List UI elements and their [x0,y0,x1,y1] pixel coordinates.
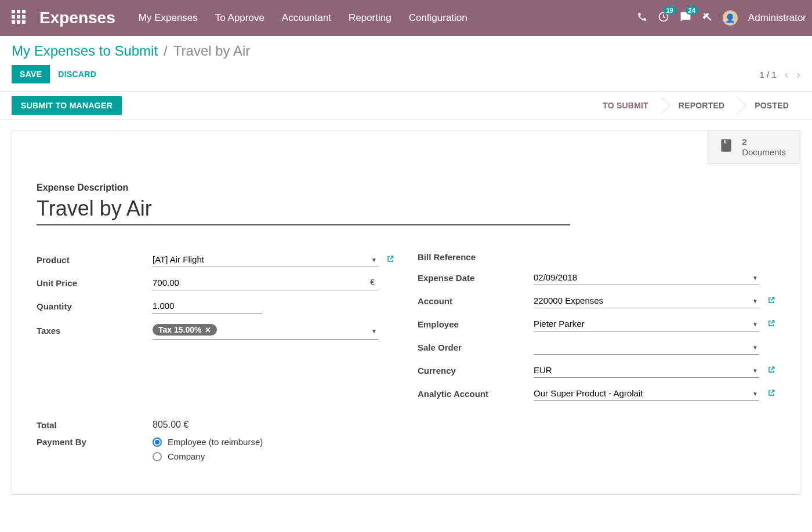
pager: 1 / 1 ‹ › [759,68,800,81]
tax-tag-label: Tax 15.00% [158,325,201,334]
payment-radio-employee-label: Employee (to reimburse) [168,437,263,447]
activity-badge: 19 [664,6,676,14]
menu-configuration[interactable]: Configuration [409,12,467,24]
activity-icon[interactable]: 19 [658,11,669,25]
currency-label: Currency [418,366,534,376]
pager-text: 1 / 1 [759,70,776,79]
menu-accountant[interactable]: Accountant [282,12,331,24]
discard-button[interactable]: DISCARD [50,65,104,83]
user-name[interactable]: Administrator [748,12,806,24]
saleorder-input[interactable] [534,340,759,355]
quantity-label: Quantity [37,301,153,311]
product-input[interactable] [153,252,378,267]
description-input[interactable] [37,196,570,225]
employee-input[interactable] [534,316,759,331]
phone-icon[interactable] [637,12,647,25]
breadcrumb-current: Travel by Air [173,43,250,59]
messages-badge: 24 [686,6,698,14]
messages-icon[interactable]: 24 [680,11,691,25]
employee-label: Employee [418,319,534,329]
apps-icon[interactable] [12,10,28,26]
date-label: Expense Date [418,273,534,283]
top-nav: Expenses My Expenses To Approve Accounta… [0,0,812,36]
quantity-input[interactable] [153,298,263,314]
payment-radio-company[interactable] [153,452,162,461]
documents-button[interactable]: 2 Documents [708,130,800,164]
payment-label: Payment By [37,437,153,447]
account-label: Account [418,296,534,306]
pager-next-icon[interactable]: › [796,68,800,81]
description-label: Expense Description [37,183,775,193]
form-sheet: 2 Documents Expense Description Product … [12,130,800,495]
tax-tag-remove-icon[interactable]: ✕ [205,326,211,334]
book-icon [719,138,734,156]
analytic-label: Analytic Account [418,389,534,399]
taxes-input[interactable]: Tax 15.00% ✕ [153,322,378,340]
date-input[interactable] [534,270,759,285]
payment-radio-employee[interactable] [153,438,162,447]
left-column: Product ▼ Unit Price [37,252,394,401]
external-link-icon[interactable] [767,319,775,329]
status-reported[interactable]: REPORTED [661,92,737,119]
analytic-input[interactable] [534,386,759,401]
tax-tag[interactable]: Tax 15.00% ✕ [153,324,217,336]
pager-prev-icon[interactable]: ‹ [785,68,789,81]
total-label: Total [37,420,153,430]
status-steps: TO SUBMIT REPORTED POSTED [585,92,802,119]
menu-my-expenses[interactable]: My Expenses [139,12,198,24]
status-posted[interactable]: POSTED [737,92,802,119]
main-menu: My Expenses To Approve Accountant Report… [139,12,467,24]
payment-radio-company-label: Company [168,451,205,461]
billref-label: Bill Reference [418,252,534,262]
status-to-submit[interactable]: TO SUBMIT [585,92,661,119]
product-label: Product [37,255,153,265]
currency-input[interactable] [534,363,759,378]
tools-icon[interactable] [702,12,712,25]
external-link-icon[interactable] [767,366,775,376]
currency-suffix: € [370,278,375,287]
documents-count: 2 [742,137,786,147]
submit-to-manager-button[interactable]: SUBMIT TO MANAGER [12,96,122,115]
statusbar: SUBMIT TO MANAGER TO SUBMIT REPORTED POS… [0,92,812,119]
external-link-icon[interactable] [386,255,394,265]
total-value: 805.00 € [153,420,188,430]
breadcrumb-sep: / [164,43,168,59]
avatar[interactable]: 👤 [723,10,738,25]
saleorder-label: Sale Order [418,342,534,352]
menu-to-approve[interactable]: To Approve [215,12,264,24]
menu-reporting[interactable]: Reporting [349,12,392,24]
account-input[interactable] [534,293,759,308]
right-column: Bill Reference Expense Date ▼ [418,252,775,401]
taxes-label: Taxes [37,326,153,336]
breadcrumb: My Expenses to Submit / Travel by Air [12,43,250,59]
unitprice-input[interactable] [153,275,378,290]
save-button[interactable]: SAVE [12,65,50,83]
external-link-icon[interactable] [767,296,775,306]
external-link-icon[interactable] [767,389,775,399]
unitprice-label: Unit Price [37,278,153,288]
brand-title: Expenses [39,9,115,27]
breadcrumb-parent[interactable]: My Expenses to Submit [12,43,158,59]
documents-label: Documents [742,147,786,158]
